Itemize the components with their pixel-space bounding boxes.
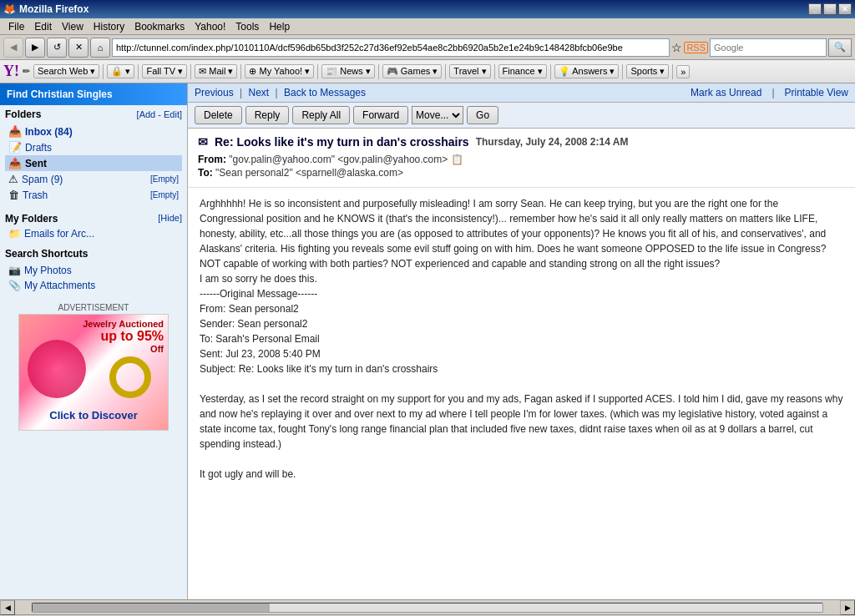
window-title: 🦊 Mozilla Firefox <box>3 3 89 15</box>
reload-button[interactable]: ↺ <box>47 38 67 58</box>
folder-drafts[interactable]: 📝 Drafts <box>5 139 182 155</box>
ad-cta-text: Click to Discover <box>49 409 138 422</box>
ad-text-top: Jewelry Auctioned up to 95% Off <box>83 319 164 354</box>
folder-drafts-left: 📝 Drafts <box>8 141 52 154</box>
scroll-right-button[interactable]: ▶ <box>840 600 855 615</box>
to-address: "Sean personal2" <sparnell@alaska.com> <box>215 167 403 179</box>
toolbar-separator <box>138 64 139 79</box>
find-christian-singles-banner[interactable]: Find Christian Singles <box>0 83 187 105</box>
minimize-button[interactable]: _ <box>808 3 822 15</box>
yahoo-security-button[interactable]: 🔒 ▾ <box>107 64 134 78</box>
menu-file[interactable]: File <box>3 19 29 34</box>
folders-label: Folders <box>5 109 41 120</box>
ad-ring-decoration <box>109 356 151 398</box>
back-to-messages-link[interactable]: Back to Messages <box>284 87 366 98</box>
attachments-icon: 📎 <box>8 280 21 291</box>
my-folders-label: My Folders <box>5 213 58 225</box>
delete-button[interactable]: Delete <box>195 106 242 124</box>
drafts-label: Drafts <box>25 142 52 154</box>
email-area: Previous | Next | Back to Messages Mark … <box>188 83 855 599</box>
horizontal-scrollbar[interactable] <box>32 603 823 613</box>
menu-yahoo[interactable]: Yahoo! <box>190 19 230 34</box>
yahoo-travel-button[interactable]: Travel ▾ <box>449 64 490 78</box>
drafts-icon: 📝 <box>8 141 22 154</box>
home-button[interactable]: ⌂ <box>90 38 110 58</box>
from-label: From: <box>198 154 226 165</box>
back-button[interactable]: ◀ <box>3 38 23 58</box>
my-folder-icon: 📁 <box>8 228 21 240</box>
email-nav-left: Previous | Next | Back to Messages <box>195 87 366 98</box>
yahoo-more-button[interactable]: » <box>676 65 690 78</box>
go-button[interactable]: Go <box>467 106 498 124</box>
nav-divider-1: | <box>240 87 245 98</box>
previous-link[interactable]: Previous <box>195 87 234 98</box>
trash-empty-action[interactable]: [Empty] <box>150 190 179 199</box>
advertisement-image[interactable]: Jewelry Auctioned up to 95% Off Click to… <box>18 314 169 431</box>
toolbar-separator <box>103 64 104 79</box>
menu-view[interactable]: View <box>57 19 89 34</box>
shortcut-attachments[interactable]: 📎 My Attachments <box>5 278 182 293</box>
folder-inbox[interactable]: 📥 Inbox (84) <box>5 124 182 139</box>
stop-button[interactable]: ✕ <box>68 38 89 58</box>
email-subject-row: ✉ Re: Looks like it's my turn in dan's c… <box>198 135 845 149</box>
forward-button[interactable]: ▶ <box>25 38 45 58</box>
trash-icon: 🗑 <box>8 189 19 201</box>
close-button[interactable]: ✕ <box>838 3 852 15</box>
menu-tools[interactable]: Tools <box>230 19 264 34</box>
yahoo-falltv-button[interactable]: Fall TV ▾ <box>142 64 187 78</box>
mark-as-unread-link[interactable]: Mark as Unread <box>691 87 761 98</box>
search-go-button[interactable]: 🔍 <box>828 38 852 57</box>
folders-add-edit[interactable]: [Add - Edit] <box>137 109 182 119</box>
yahoo-search-web-button[interactable]: Search Web ▾ <box>33 64 99 78</box>
toolbar-separator <box>622 64 623 79</box>
menu-help[interactable]: Help <box>264 19 295 34</box>
next-link[interactable]: Next <box>248 87 269 98</box>
yahoo-answers-button[interactable]: 💡 Answers ▾ <box>554 64 620 78</box>
toolbar-separator <box>240 64 241 79</box>
printable-view-link[interactable]: Printable View <box>785 87 849 98</box>
attachments-label: My Attachments <box>24 280 95 291</box>
email-nav-bar: Previous | Next | Back to Messages Mark … <box>188 83 855 103</box>
ad-container[interactable]: Jewelry Auctioned up to 95% Off Click to… <box>5 314 182 431</box>
yahoo-myyahoo-button[interactable]: ⊕ My Yahoo! ▾ <box>245 64 314 78</box>
search-input[interactable] <box>710 38 827 57</box>
move-dropdown[interactable]: Move... <box>412 106 463 124</box>
menu-edit[interactable]: Edit <box>29 19 57 34</box>
menu-history[interactable]: History <box>89 19 129 34</box>
reply-all-button[interactable]: Reply All <box>292 106 350 124</box>
yahoo-logo[interactable]: Y! <box>3 63 19 80</box>
nav-divider-3: | <box>772 87 774 98</box>
yahoo-sports-button[interactable]: Sports ▾ <box>626 64 669 78</box>
forward-button[interactable]: Forward <box>353 106 408 124</box>
folder-spam[interactable]: ⚠ Spam (9) [Empty] <box>5 171 182 187</box>
my-folders-hide[interactable]: [Hide] <box>158 213 182 225</box>
email-nav-right: Mark as Unread | Printable View <box>691 87 848 98</box>
yahoo-news-button[interactable]: 📰 News ▾ <box>321 64 375 78</box>
folder-trash[interactable]: 🗑 Trash [Empty] <box>5 187 182 203</box>
window-controls[interactable]: _ □ ✕ <box>808 3 852 15</box>
folder-trash-left: 🗑 Trash <box>8 189 48 201</box>
yahoo-games-button[interactable]: 🎮 Games ▾ <box>382 64 443 78</box>
maximize-button[interactable]: □ <box>823 3 837 15</box>
yahoo-finance-button[interactable]: Finance ▾ <box>498 64 547 78</box>
reply-button[interactable]: Reply <box>245 106 290 124</box>
toolbar-separator <box>494 64 495 79</box>
spam-label: Spam (9) <box>22 174 63 185</box>
main-layout: Find Christian Singles Folders [Add - Ed… <box>0 83 855 599</box>
to-label: To: <box>198 167 213 179</box>
toolbar-separator <box>190 64 191 79</box>
email-subject-icon: ✉ <box>198 135 208 149</box>
toolbar-separator <box>317 64 318 79</box>
email-action-toolbar: Delete Reply Reply All Forward Move... G… <box>188 103 855 129</box>
ad-flower-decoration <box>28 340 86 398</box>
shortcut-photos[interactable]: 📷 My Photos <box>5 263 182 278</box>
scroll-left-button[interactable]: ◀ <box>0 600 15 615</box>
copy-icon[interactable]: 📋 <box>451 154 463 165</box>
menu-bookmarks[interactable]: Bookmarks <box>129 19 190 34</box>
folder-sent[interactable]: 📤 Sent <box>5 155 182 171</box>
my-folder-emails-for-arc[interactable]: 📁 Emails for Arc... <box>0 226 187 241</box>
star-icon[interactable]: ☆ <box>671 41 682 54</box>
yahoo-mail-button[interactable]: ✉ Mail ▾ <box>195 64 237 78</box>
spam-empty-action[interactable]: [Empty] <box>150 174 179 184</box>
address-bar[interactable] <box>112 38 670 57</box>
